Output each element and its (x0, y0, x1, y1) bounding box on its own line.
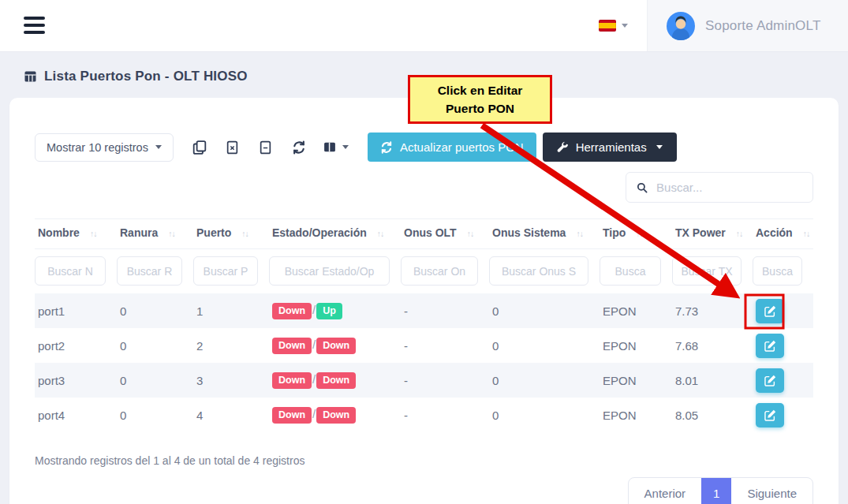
table-row: port3 0 3 Down/Down - 0 EPON 8.01 (35, 363, 813, 398)
cell-nombre: port3 (35, 363, 117, 398)
cell-onus-olt: - (401, 398, 489, 432)
user-menu[interactable]: Soporte AdminOLT (647, 0, 848, 51)
col-header-estado[interactable]: Estado/Operación↑↓ (269, 219, 401, 249)
cell-onus-olt: - (401, 293, 489, 328)
col-header-ranura[interactable]: Ranura↑↓ (117, 219, 193, 249)
table-row: port2 0 2 Down/Down - 0 EPON 7.68 (35, 328, 813, 363)
col-header-accion[interactable]: Acción↑↓ (753, 219, 813, 249)
edit-pon-port-button[interactable] (756, 403, 784, 427)
cell-onus-sistema: 0 (489, 293, 600, 328)
pagination-next[interactable]: Siguiente (731, 478, 813, 504)
edit-icon (764, 340, 776, 352)
refresh-icon (292, 140, 306, 155)
chevron-down-icon (656, 145, 663, 149)
cell-ranura: 0 (117, 328, 193, 363)
cell-puerto: 1 (193, 293, 269, 328)
sort-icon[interactable]: ↑↓ (377, 229, 384, 238)
filter-accion-input[interactable] (753, 256, 802, 286)
hamburger-menu-icon[interactable] (24, 17, 45, 38)
pagination-prev[interactable]: Anterior (629, 478, 702, 504)
export-file-button[interactable] (249, 140, 282, 155)
table-toolbar: Mostrar 10 registros (35, 133, 813, 162)
page-title-text: Lista Puertos Pon - OLT HIOSO (44, 69, 248, 84)
col-header-nombre[interactable]: Nombre↑↓ (35, 219, 117, 249)
edit-pon-port-button[interactable] (756, 334, 784, 358)
filter-ranura-input[interactable] (117, 256, 182, 286)
sort-icon[interactable]: ↑↓ (803, 229, 810, 238)
column-visibility-button[interactable] (316, 140, 357, 154)
cell-ranura: 0 (117, 293, 193, 328)
edit-icon (764, 305, 776, 317)
copy-icon (192, 140, 207, 155)
update-pon-ports-button[interactable]: Actualizar puertos PON (368, 133, 536, 162)
table-icon (24, 70, 37, 83)
export-excel-button[interactable] (216, 140, 249, 155)
cell-estado: Down/Down (269, 398, 401, 432)
chevron-down-icon (342, 145, 349, 149)
sort-icon[interactable]: ↑↓ (636, 229, 643, 238)
file-text-icon (259, 140, 272, 155)
cell-tipo: EPON (600, 398, 672, 432)
cell-tx-power: 8.01 (672, 363, 753, 398)
col-header-onus-olt[interactable]: Onus OLT↑↓ (401, 219, 489, 249)
sort-icon[interactable]: ↑↓ (90, 229, 97, 238)
filter-onus-sistema-input[interactable] (489, 256, 588, 286)
edit-pon-port-button[interactable] (756, 299, 784, 323)
sort-icon[interactable]: ↑↓ (168, 229, 175, 238)
cell-ranura: 0 (117, 398, 193, 432)
cell-onus-sistema: 0 (489, 328, 600, 363)
cell-estado: Down/Down (269, 363, 401, 398)
cell-nombre: port4 (35, 398, 117, 432)
pagination-page-1[interactable]: 1 (701, 478, 731, 504)
cell-ranura: 0 (117, 363, 193, 398)
status-badge: Down (316, 407, 356, 424)
top-navbar: Soporte AdminOLT (0, 0, 848, 52)
status-badge: Down (316, 372, 356, 389)
copy-button[interactable] (183, 140, 216, 155)
global-search (626, 172, 813, 203)
language-dropdown[interactable] (599, 20, 628, 32)
cell-nombre: port1 (35, 293, 117, 328)
update-pon-ports-label: Actualizar puertos PON (400, 140, 524, 154)
status-badge: Down (272, 372, 312, 389)
status-badge: Down (272, 303, 312, 319)
search-icon (637, 181, 648, 194)
search-input[interactable] (656, 181, 802, 194)
user-name: Soporte AdminOLT (705, 18, 821, 34)
filter-puerto-input[interactable] (193, 256, 258, 286)
cell-tipo: EPON (600, 328, 672, 363)
col-header-tipo[interactable]: Tipo↑↓ (600, 219, 672, 249)
filter-nombre-input[interactable] (35, 256, 106, 286)
sort-icon[interactable]: ↑↓ (241, 229, 248, 238)
filter-estado-input[interactable] (269, 256, 390, 286)
refresh-icon (380, 141, 393, 154)
wrench-icon (557, 141, 569, 153)
page-length-label: Mostrar 10 registros (47, 141, 148, 154)
sort-icon[interactable]: ↑↓ (576, 229, 583, 238)
pon-ports-table: Nombre↑↓ Ranura↑↓ Puerto↑↓ Estado/Operac… (35, 218, 813, 432)
records-info: Mostrando registros del 1 al 4 de un tot… (35, 454, 813, 467)
cell-onus-olt: - (401, 328, 489, 363)
reload-table-button[interactable] (282, 140, 316, 155)
chevron-down-icon (155, 145, 162, 149)
columns-icon (323, 140, 337, 154)
cell-onus-sistema: 0 (489, 398, 600, 432)
sort-icon[interactable]: ↑↓ (736, 229, 743, 238)
tools-dropdown-button[interactable]: Herramientas (543, 133, 677, 162)
page-length-select[interactable]: Mostrar 10 registros (35, 133, 174, 162)
status-badge: Down (272, 338, 312, 354)
status-badge: Up (316, 303, 342, 319)
col-header-tx-power[interactable]: TX Power↑↓ (672, 219, 753, 249)
status-badge: Down (272, 407, 312, 424)
app-window: Soporte AdminOLT Lista Puertos Pon - OLT… (0, 0, 848, 504)
cell-estado: Down/Down (269, 328, 401, 363)
col-header-onus-sistema[interactable]: Onus Sistema↑↓ (489, 219, 600, 249)
col-header-puerto[interactable]: Puerto↑↓ (193, 219, 269, 249)
edit-pon-port-button[interactable] (756, 368, 784, 393)
sort-icon[interactable]: ↑↓ (467, 229, 474, 238)
filter-tx-power-input[interactable] (672, 256, 742, 286)
filter-tipo-input[interactable] (600, 256, 661, 286)
edit-icon (764, 375, 776, 386)
cell-tx-power: 8.05 (672, 398, 753, 432)
filter-onus-olt-input[interactable] (401, 256, 478, 286)
